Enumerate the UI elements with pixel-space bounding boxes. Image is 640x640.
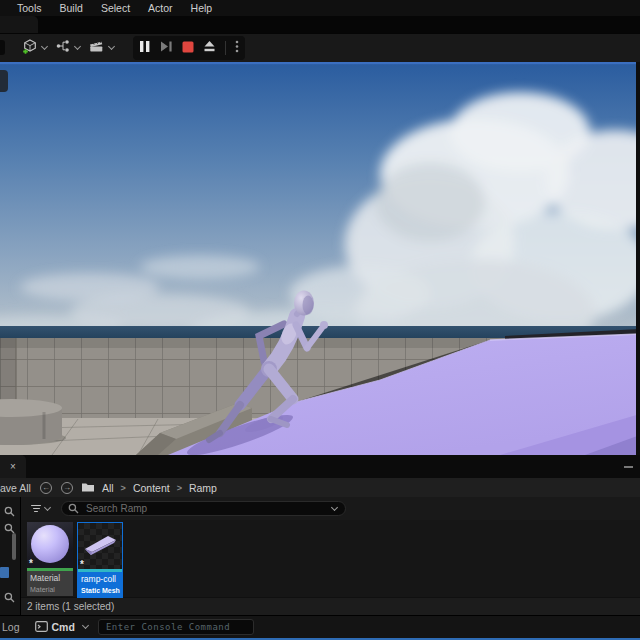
folder-icon — [81, 482, 95, 493]
cinematics-button[interactable] — [85, 36, 117, 60]
pause-button[interactable] — [139, 39, 151, 57]
save-all-button[interactable]: ave All — [0, 482, 31, 494]
close-icon[interactable]: × — [10, 462, 16, 472]
filter-button[interactable] — [31, 505, 50, 513]
tab-well — [0, 16, 640, 33]
chevron-down-icon — [82, 622, 89, 629]
search-icon[interactable] — [4, 589, 15, 607]
menu-tools[interactable]: Tools — [8, 0, 51, 16]
filter-funnel-icon — [31, 505, 41, 513]
asset-grid: * Material Material — [21, 520, 640, 597]
breadcrumb-separator: > — [121, 483, 126, 493]
menu-bar: Tools Build Select Actor Help — [0, 0, 640, 16]
asset-label: ramp-coll Static Mesh — [78, 572, 122, 597]
content-drawer-body: * Material Material — [0, 497, 640, 615]
content-drawer-tabbar: × — [0, 455, 640, 478]
content-browser-main: * Material Material — [21, 497, 640, 615]
level-viewport[interactable] — [0, 62, 640, 455]
play-controls — [133, 36, 245, 60]
breadcrumb-separator: > — [177, 483, 182, 493]
cmd-label: Cmd — [52, 621, 75, 633]
material-thumbnail: * — [27, 522, 73, 568]
breadcrumb-row: ave All ← → All > Content > Ramp — [0, 478, 640, 497]
stop-button[interactable] — [182, 39, 194, 57]
viewport-menu-button[interactable] — [0, 70, 8, 92]
left-panel-strip — [0, 497, 21, 615]
blueprints-button[interactable] — [52, 36, 83, 60]
breadcrumb-ramp[interactable]: Ramp — [189, 482, 217, 494]
asset-count-status: 2 items (1 selected) — [21, 597, 640, 615]
asset-type: Static Mesh — [81, 587, 119, 594]
menu-actor[interactable]: Actor — [139, 0, 182, 16]
separator — [225, 41, 226, 55]
chevron-down-icon — [74, 43, 81, 50]
content-browser-tab[interactable]: × — [0, 455, 26, 478]
toolbar-stub — [0, 40, 5, 55]
chevron-down-icon — [41, 43, 48, 50]
node-graph-icon — [55, 38, 71, 58]
status-text: 2 items (1 selected) — [27, 601, 114, 612]
asset-name: Material — [30, 573, 70, 583]
play-options-kebab-icon[interactable] — [235, 39, 239, 57]
status-bar: Log Cmd — [0, 615, 640, 638]
add-actor-button[interactable] — [18, 36, 50, 61]
search-icon — [68, 500, 79, 518]
asset-name: ramp-coll — [81, 574, 119, 584]
search-row — [21, 497, 640, 520]
frame-step-button[interactable] — [160, 39, 173, 57]
selected-panel-indicator[interactable] — [0, 567, 9, 578]
chevron-down-icon[interactable] — [331, 503, 338, 510]
cylinder-platform — [0, 399, 66, 445]
output-log-button[interactable]: Log — [2, 621, 20, 633]
forward-button[interactable]: → — [61, 482, 73, 494]
search-input[interactable] — [84, 502, 328, 515]
unsaved-asterisk-icon: * — [80, 561, 84, 569]
console-command-input[interactable] — [98, 619, 254, 635]
back-button[interactable]: ← — [40, 482, 52, 494]
sphere-preview — [31, 525, 69, 563]
eject-button[interactable] — [203, 39, 216, 57]
dock-in-layout-icon[interactable] — [624, 466, 633, 468]
console-mode-selector[interactable]: Cmd — [35, 618, 88, 636]
static-mesh-thumbnail: * — [78, 523, 122, 569]
chevron-down-icon — [44, 503, 51, 510]
clapperboard-icon — [88, 38, 105, 58]
unsaved-asterisk-icon: * — [29, 560, 33, 568]
asset-label: Material Material — [27, 571, 73, 596]
menu-help[interactable]: Help — [182, 0, 222, 16]
search-icon[interactable] — [4, 503, 15, 521]
scrollbar-thumb[interactable] — [12, 533, 16, 560]
chevron-down-icon — [108, 43, 115, 50]
pie-highlight-border — [0, 62, 640, 64]
menu-build[interactable]: Build — [51, 0, 92, 16]
unreal-editor-window: Tools Build Select Actor Help — [0, 0, 640, 640]
viewport-right-edge — [636, 62, 640, 455]
toolbar-left-group — [18, 36, 117, 61]
asset-search-field[interactable] — [61, 501, 346, 516]
breadcrumb-all[interactable]: All — [102, 482, 114, 494]
asset-tile-ramp-coll[interactable]: * ramp-coll Static Mesh — [77, 522, 123, 598]
asset-tile-material[interactable]: * Material Material — [27, 522, 73, 596]
level-tab-remnant[interactable] — [0, 16, 38, 33]
terminal-icon — [35, 618, 48, 636]
main-toolbar — [0, 33, 640, 62]
cube-plus-icon — [21, 38, 38, 59]
menu-select[interactable]: Select — [92, 0, 139, 16]
asset-type: Material — [30, 586, 70, 593]
breadcrumb-content[interactable]: Content — [133, 482, 170, 494]
